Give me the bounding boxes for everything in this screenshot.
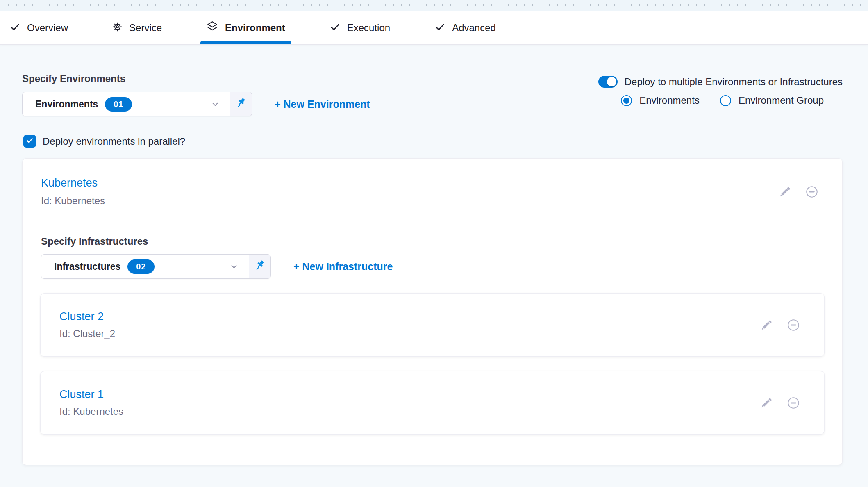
tab-overview[interactable]: Overview [8,11,70,44]
radio-selected-icon [621,95,632,106]
divider [40,220,825,220]
radio-environments[interactable]: Environments [621,95,700,106]
layers-diamond-icon [206,20,218,35]
deploy-multiple-toggle-label: Deploy to multiple Environments or Infra… [625,76,843,88]
minus-circle-icon [786,396,800,410]
chevron-down-icon [210,99,220,109]
remove-infrastructure-button[interactable] [786,318,800,332]
remove-environment-button[interactable] [805,185,819,199]
stage-tabbar: Overview Service Environment Execution A… [0,11,868,44]
environments-select[interactable]: Environments 01 [23,92,230,116]
environment-id: Id: Kubernetes [41,195,105,207]
check-icon [25,136,34,146]
infrastructure-titles: Cluster 1 Id: Kubernetes [59,388,123,417]
environment-titles: Kubernetes Id: Kubernetes [41,177,105,207]
pipeline-canvas-strip [0,0,868,11]
edit-infrastructure-button[interactable] [760,397,773,409]
tab-advanced[interactable]: Advanced [433,11,498,44]
specify-environments-heading: Specify Environments [22,73,370,84]
new-environment-link[interactable]: + New Environment [275,98,370,110]
toggle-knob [607,77,616,86]
environments-select-group: Environments 01 [22,92,252,116]
environment-tab-content: Specify Environments Environments 01 [0,44,868,465]
multi-env-options: Deploy to multiple Environments or Infra… [598,76,843,116]
infrastructures-select-label: Infrastructures [54,261,120,272]
environment-actions [779,185,825,199]
infrastructure-actions [760,318,806,332]
chevron-down-icon [229,262,239,271]
check-icon [9,21,20,35]
tab-label: Overview [27,22,68,34]
pin-environments-button[interactable] [230,92,252,116]
environment-title-link[interactable]: Kubernetes [41,177,105,189]
environments-select-label: Environments [35,99,98,110]
infrastructures-select-group: Infrastructures 02 [41,254,271,279]
infrastructure-id: Id: Cluster_2 [59,328,115,339]
tab-label: Environment [225,22,285,34]
environment-header: Kubernetes Id: Kubernetes [40,177,825,207]
tab-service[interactable]: Service [111,11,164,44]
deploy-parallel-checkbox[interactable] [23,135,36,148]
infrastructure-actions [760,396,806,410]
radio-environment-group[interactable]: Environment Group [720,95,824,106]
infrastructures-select[interactable]: Infrastructures 02 [41,255,249,278]
minus-circle-icon [786,318,800,332]
minus-circle-icon [805,185,819,199]
tab-label: Execution [347,22,390,34]
specify-infrastructures-heading: Specify Infrastructures [40,236,825,247]
infrastructure-title-link[interactable]: Cluster 2 [59,310,115,323]
deploy-parallel-label: Deploy environments in parallel? [43,136,185,147]
tab-environment[interactable]: Environment [205,11,287,44]
environments-count-badge: 01 [105,97,132,112]
pencil-icon [779,186,791,198]
tab-execution[interactable]: Execution [328,11,392,44]
deploy-multiple-toggle[interactable] [598,76,618,88]
tab-label: Service [129,22,162,34]
gear-icon [112,22,123,34]
edit-infrastructure-button[interactable] [760,319,773,331]
infrastructures-count-badge: 02 [127,259,155,274]
new-infrastructure-link[interactable]: + New Infrastructure [293,261,393,273]
pencil-icon [760,397,773,409]
infrastructure-titles: Cluster 2 Id: Cluster_2 [59,310,115,339]
pushpin-icon [254,260,266,273]
pin-infrastructures-button[interactable] [249,255,270,278]
pencil-icon [760,319,773,331]
check-icon [434,21,445,35]
infrastructure-title-link[interactable]: Cluster 1 [59,388,123,401]
radio-unselected-icon [720,95,731,106]
check-icon [329,21,341,35]
edit-environment-button[interactable] [779,186,791,198]
infrastructure-id: Id: Kubernetes [59,406,123,417]
environment-card-kubernetes: Kubernetes Id: Kubernetes Specify Infras… [22,158,843,465]
tab-label: Advanced [452,22,496,34]
infrastructure-card-cluster-2: Cluster 2 Id: Cluster_2 [40,293,825,357]
remove-infrastructure-button[interactable] [786,396,800,410]
specify-environments-section: Specify Environments Environments 01 [22,73,370,116]
pushpin-icon [235,98,247,111]
infrastructure-card-cluster-1: Cluster 1 Id: Kubernetes [40,371,825,435]
